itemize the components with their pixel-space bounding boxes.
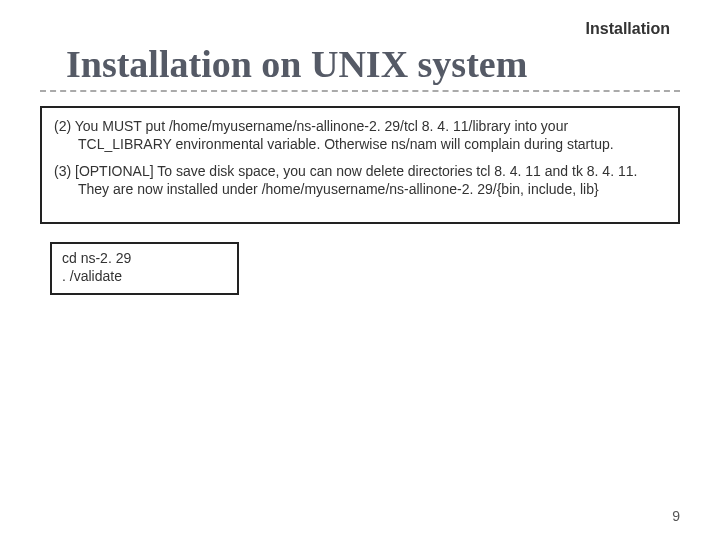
step-3-line2: They are now installed under /home/myuse… <box>78 181 666 199</box>
code-line-2: . /validate <box>62 268 227 286</box>
code-box: cd ns-2. 29 . /validate <box>50 242 239 295</box>
title-divider <box>40 90 680 92</box>
step-3-line1: (3) [OPTIONAL] To save disk space, you c… <box>54 163 637 179</box>
step-2-line1: (2) You MUST put /home/myusername/ns-all… <box>54 118 568 134</box>
section-label: Installation <box>40 20 680 38</box>
code-line-1: cd ns-2. 29 <box>62 250 227 268</box>
step-3: (3) [OPTIONAL] To save disk space, you c… <box>54 163 666 198</box>
step-2-line2: TCL_LIBRARY environmental variable. Othe… <box>78 136 666 154</box>
page-title: Installation on UNIX system <box>40 42 680 86</box>
slide: Installation Installation on UNIX system… <box>0 0 720 540</box>
step-2: (2) You MUST put /home/myusername/ns-all… <box>54 118 666 153</box>
instruction-box: (2) You MUST put /home/myusername/ns-all… <box>40 106 680 224</box>
page-number: 9 <box>672 508 680 524</box>
